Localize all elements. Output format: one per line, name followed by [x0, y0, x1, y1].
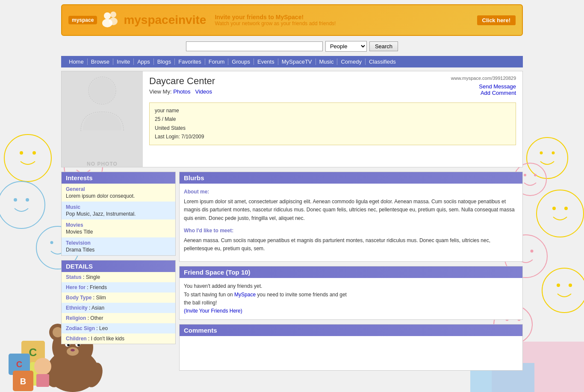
myspace-logo: myspace — [68, 16, 97, 24]
invite-friends-link: (Invite Your Friends Here) — [184, 307, 518, 315]
svg-point-23 — [531, 250, 534, 253]
svg-point-1 — [20, 151, 23, 155]
svg-point-19 — [552, 207, 556, 210]
svg-rect-38 — [13, 371, 33, 379]
nav-music[interactable]: Music — [316, 59, 338, 65]
svg-point-0 — [4, 135, 51, 181]
banner-people-icon — [100, 9, 121, 31]
svg-point-14 — [552, 152, 555, 155]
nav-comedy[interactable]: Comedy — [337, 59, 365, 65]
details-content: Status : Single Here for : Friends Body … — [62, 272, 175, 344]
click-here-button[interactable]: Click here! — [477, 15, 516, 25]
right-column: Blurbs About me: Lorem ipsum dolor sit a… — [179, 172, 523, 375]
nav-forum[interactable]: Forum — [205, 59, 229, 65]
profile-age-gender: 25 / Male — [155, 115, 510, 123]
svg-point-13 — [540, 152, 543, 155]
details-section: DETAILS Status : Single Here for : Frien… — [61, 260, 176, 344]
invite-friends-anchor[interactable]: (Invite Your Friends Here) — [184, 308, 242, 314]
myspace-link[interactable]: MySpace — [234, 292, 256, 298]
svg-point-17 — [534, 174, 537, 176]
profile-photo: NO PHOTO — [62, 71, 143, 167]
send-message-link[interactable]: Send Message — [451, 83, 516, 90]
profile-url: www.myspace.com/399120829 — [451, 76, 516, 81]
svg-rect-55 — [36, 374, 49, 379]
nav-bar: Home Browse Invite Apps Blogs Favorites … — [61, 56, 523, 67]
profile-name: Daycare Center — [149, 76, 215, 87]
interests-header: Interests — [62, 172, 175, 184]
svg-rect-34 — [9, 354, 30, 375]
search-input[interactable] — [186, 41, 323, 51]
detail-here-for: Here for : Friends — [62, 282, 175, 293]
videos-link[interactable]: Videos — [195, 88, 212, 95]
no-photo-label: NO PHOTO — [87, 161, 118, 167]
view-my: View My: Photos Videos — [149, 88, 215, 95]
interest-general: General Lorem ipsum dolor consequot. — [62, 184, 175, 202]
svg-point-61 — [89, 78, 115, 103]
detail-status: Status : Single — [62, 272, 175, 282]
profile-info: Daycare Center View My: Photos Videos ww… — [143, 71, 522, 167]
svg-point-26 — [569, 284, 572, 287]
nav-classifieds[interactable]: Classifieds — [366, 59, 399, 65]
svg-point-6 — [0, 181, 45, 228]
detail-ethnicity: Ethnicity : Asian — [62, 303, 175, 313]
blurbs-content: About me: Lorem ipsum dolor sit amet, co… — [180, 184, 522, 261]
svg-point-59 — [109, 18, 118, 25]
interest-music: Music Pop Music, Jazz, Instrumental. — [62, 202, 175, 219]
svg-point-8 — [26, 198, 29, 202]
details-header: DETAILS — [62, 260, 175, 272]
svg-point-24 — [542, 268, 584, 313]
comments-header: Comments — [180, 325, 522, 336]
svg-text:B: B — [20, 377, 26, 379]
content-area: Interests General Lorem ipsum dolor cons… — [61, 172, 523, 375]
svg-point-58 — [110, 12, 116, 18]
svg-point-25 — [557, 284, 560, 287]
detail-body-type: Body Type : Slim — [62, 293, 175, 303]
svg-text:C: C — [16, 360, 22, 369]
banner: myspace myspaceinvite Invite your friend… — [61, 4, 523, 36]
svg-rect-32 — [21, 341, 45, 364]
page-wrapper: myspace myspaceinvite Invite your friend… — [57, 0, 527, 379]
svg-point-7 — [14, 198, 17, 202]
svg-text:C: C — [29, 346, 37, 359]
nav-favorites[interactable]: Favorites — [175, 59, 205, 65]
search-bar: People Music Videos Events Groups Forums… — [61, 41, 523, 52]
about-me-heading: About me: — [184, 188, 518, 196]
banner-tagline: Invite your friends to MySpace! Watch yo… — [215, 14, 336, 26]
nav-invite[interactable]: Invite — [113, 59, 134, 65]
profile-last-login: Last Login: 7/10/2009 — [155, 132, 510, 141]
friend-space-header: Friend Space (Top 10) — [180, 266, 522, 278]
nav-blogs[interactable]: Blogs — [154, 59, 175, 65]
svg-point-20 — [564, 207, 568, 210]
profile-your-name: your name — [155, 106, 510, 115]
svg-point-2 — [32, 151, 36, 155]
detail-zodiac: Zodiac Sign : Leo — [62, 323, 175, 333]
svg-point-18 — [537, 190, 584, 237]
svg-point-56 — [104, 12, 111, 19]
person-silhouette — [74, 71, 130, 135]
interest-movies: Movies Movies Title — [62, 219, 175, 237]
blurbs-section: Blurbs About me: Lorem ipsum dolor sit a… — [179, 172, 523, 262]
add-comment-link[interactable]: Add Comment — [451, 90, 516, 96]
no-friends-line1: You haven't added any friends yet. — [184, 282, 518, 290]
nav-events[interactable]: Events — [254, 59, 278, 65]
search-button[interactable]: Search — [369, 41, 398, 51]
nav-browse[interactable]: Browse — [88, 59, 113, 65]
blurbs-header: Blurbs — [180, 172, 522, 184]
left-column: Interests General Lorem ipsum dolor cons… — [61, 172, 176, 375]
comments-content — [180, 336, 522, 370]
nav-home[interactable]: Home — [65, 59, 88, 65]
interest-television: Television Drama Titles — [62, 237, 175, 255]
friend-space-section: Friend Space (Top 10) You haven't added … — [179, 266, 523, 320]
search-category-select[interactable]: People Music Videos Events Groups Forums… — [325, 41, 367, 52]
detail-religion: Religion : Other — [62, 313, 175, 323]
interests-content: General Lorem ipsum dolor consequot. Mus… — [62, 184, 175, 255]
who-meet-heading: Who I'd like to meet: — [184, 227, 518, 235]
no-friends-line4: the ball rolling! — [184, 299, 518, 307]
photos-link[interactable]: Photos — [173, 88, 190, 95]
nav-groups[interactable]: Groups — [228, 59, 254, 65]
detail-children: Children : I don't like kids — [62, 333, 175, 344]
profile-details-box: your name 25 / Male United States Last L… — [149, 102, 516, 145]
nav-apps[interactable]: Apps — [134, 59, 154, 65]
nav-myspacetv[interactable]: MySpaceTV — [278, 59, 316, 65]
banner-title: myspaceinvite — [124, 13, 206, 27]
